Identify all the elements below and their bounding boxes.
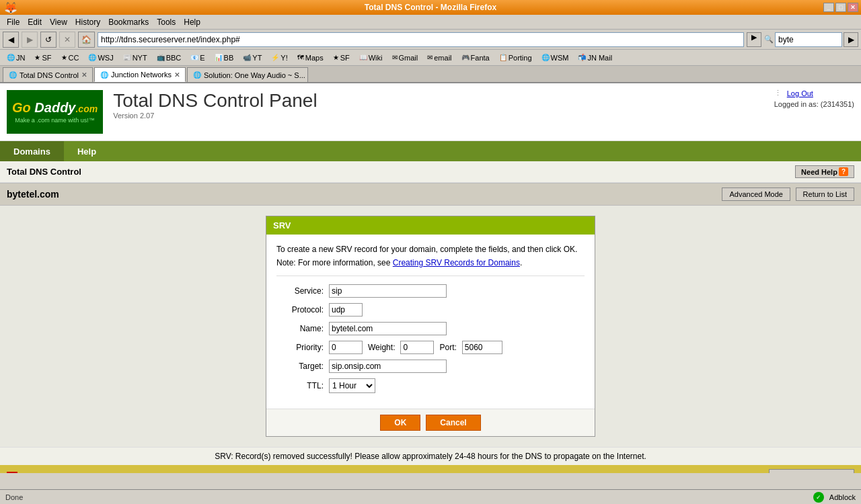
maximize-button[interactable]: □ — [835, 3, 846, 12]
host-icon — [7, 472, 17, 473]
service-row: Service: — [276, 284, 585, 298]
bookmarks-bar: 🌐JN ★SF ★CC 🌐WSJ 📰NYT 📺BBC 📧E 📊BB 📹YT ⚡Y… — [0, 50, 861, 66]
srv-buttons: OK Cancel — [266, 409, 595, 436]
bookmark-bbc[interactable]: 📺BBC — [153, 51, 186, 65]
bookmark-cc[interactable]: ★CC — [57, 51, 83, 65]
bookmark-y[interactable]: ⚡Y! — [267, 51, 291, 65]
port-label: Port: — [439, 343, 456, 352]
target-input[interactable] — [329, 360, 447, 373]
target-row: Target: — [276, 360, 585, 373]
tab-icon-solution: 🌐 — [193, 71, 201, 79]
logged-in-status: Logged in as: (2314351) — [774, 100, 854, 108]
bookmark-nyt[interactable]: 📰NYT — [119, 51, 151, 65]
menu-bar: File Edit View History Bookmarks Tools H… — [0, 15, 861, 30]
logo-area: Go Daddy.com Make a .com name with us!™ — [7, 90, 103, 134]
bookmark-wiki[interactable]: 📖Wiki — [355, 51, 387, 65]
back-button[interactable]: ◀ — [3, 32, 19, 48]
reload-button[interactable]: ↺ — [40, 32, 57, 48]
bookmark-maps[interactable]: 🗺Maps — [293, 51, 328, 65]
search-area: 🔍 ▶ — [764, 32, 858, 47]
weight-label: Weight: — [368, 343, 395, 352]
logout-link[interactable]: Log Out — [787, 89, 813, 97]
search-input[interactable] — [775, 32, 842, 47]
minimize-button[interactable]: _ — [823, 3, 834, 12]
target-label: Target: — [276, 362, 324, 371]
menu-file[interactable]: File — [3, 16, 24, 28]
srv-help-link[interactable]: Creating SRV Records for Domains — [393, 258, 520, 267]
panel-version: Version 2.07 — [113, 112, 854, 120]
service-label: Service: — [276, 286, 324, 296]
close-button[interactable]: ✕ — [848, 3, 858, 12]
tab-icon-dns: 🌐 — [9, 71, 17, 79]
main-area: Total DNS Control Need Help ? bytetel.co… — [0, 161, 861, 473]
window-controls: _ □ ✕ — [823, 3, 858, 12]
tab-icon-junction: 🌐 — [100, 71, 108, 79]
tab-total-dns[interactable]: 🌐 Total DNS Control ✕ — [3, 67, 93, 82]
nav-help[interactable]: Help — [64, 141, 110, 161]
protocol-input[interactable] — [329, 303, 363, 317]
ttl-row: TTL: 1/2 Hour 1 Hour 2 Hours 4 Hours 8 H… — [276, 378, 585, 393]
need-help-label: Need Help — [801, 168, 837, 176]
bookmark-email[interactable]: ✉email — [423, 51, 455, 65]
panel-title: Total DNS Control Panel — [113, 90, 854, 112]
ttl-select[interactable]: 1/2 Hour 1 Hour 2 Hours 4 Hours 8 Hours … — [329, 378, 375, 393]
host-label: A (Host) — [22, 472, 52, 473]
bookmark-yt[interactable]: 📹YT — [239, 51, 266, 65]
bookmark-fanta[interactable]: 🎮Fanta — [457, 51, 494, 65]
bookmark-sf[interactable]: ★SF — [30, 51, 55, 65]
logout-area: ⋮ Log Out — [774, 89, 854, 97]
menu-tools[interactable]: Tools — [153, 16, 180, 28]
bookmark-porting[interactable]: 📋Porting — [495, 51, 536, 65]
bookmark-wsm[interactable]: 🌐WSM — [537, 51, 573, 65]
priority-row: Priority: Weight: Port: — [276, 341, 585, 354]
bookmark-bb[interactable]: 📊BB — [211, 51, 238, 65]
srv-title-bar: SRV — [266, 216, 595, 235]
bookmark-gmail[interactable]: ✉Gmail — [388, 51, 422, 65]
search-go-button[interactable]: ▶ — [844, 32, 858, 47]
stop-button[interactable]: ✕ — [59, 32, 75, 48]
tab-label-solution: Solution: One Way Audio ~ S... — [204, 71, 305, 79]
name-label: Name: — [276, 324, 324, 333]
bookmark-sf2[interactable]: ★SF — [329, 51, 354, 65]
advanced-mode-button[interactable]: Advanced Mode — [722, 187, 790, 201]
address-bar[interactable] — [98, 32, 744, 47]
return-to-list-button[interactable]: Return to List — [796, 187, 854, 201]
domain-bar: bytetel.com Advanced Mode Return to List — [0, 183, 861, 206]
nav-bar: Domains Help — [0, 141, 861, 161]
priority-input[interactable] — [329, 341, 363, 354]
menu-help[interactable]: Help — [180, 16, 204, 28]
bookmark-jn[interactable]: 🌐JN — [3, 51, 29, 65]
logo-tagline: Make a .com name with us!™ — [15, 117, 95, 124]
breadcrumb-text: Total DNS Control — [7, 167, 81, 177]
nav-domains[interactable]: Domains — [0, 141, 64, 161]
header-right: ⋮ Log Out Logged in as: (2314351) — [774, 89, 854, 108]
tab-solution[interactable]: 🌐 Solution: One Way Audio ~ S... ✕ — [187, 67, 308, 82]
bookmark-jnmail[interactable]: 📬JN Mail — [574, 51, 616, 65]
menu-view[interactable]: View — [46, 16, 71, 28]
window-title: Total DNS Control - Mozilla Firefox — [365, 3, 496, 12]
port-input[interactable] — [462, 341, 502, 354]
tab-close-dns[interactable]: ✕ — [81, 71, 87, 79]
menu-bookmarks[interactable]: Bookmarks — [104, 16, 153, 28]
breadcrumb-bar: Total DNS Control Need Help ? — [0, 161, 861, 183]
menu-edit[interactable]: Edit — [24, 16, 46, 28]
need-help-button[interactable]: Need Help ? — [795, 165, 854, 178]
tab-close-junction[interactable]: ✕ — [174, 71, 180, 79]
bookmark-e[interactable]: 📧E — [186, 51, 209, 65]
ok-button[interactable]: OK — [380, 415, 420, 431]
add-record-button[interactable]: Add New A Record — [769, 469, 854, 473]
service-input[interactable] — [329, 284, 447, 298]
home-button[interactable]: 🏠 — [78, 32, 95, 48]
go-button[interactable]: ▶ — [747, 32, 761, 47]
srv-title: SRV — [273, 220, 291, 230]
name-input[interactable] — [329, 322, 447, 335]
cancel-button[interactable]: Cancel — [426, 415, 480, 431]
tab-junction[interactable]: 🌐 Junction Networks ✕ — [94, 67, 186, 82]
separator: ⋮ — [774, 89, 782, 97]
menu-history[interactable]: History — [71, 16, 104, 28]
domain-section: bytetel.com Advanced Mode Return to List… — [0, 183, 861, 473]
panel-title-area: Total DNS Control Panel Version 2.07 — [113, 90, 854, 120]
weight-input[interactable] — [400, 341, 434, 354]
forward-button[interactable]: ▶ — [22, 32, 38, 48]
bookmark-wsj[interactable]: 🌐WSJ — [84, 51, 117, 65]
